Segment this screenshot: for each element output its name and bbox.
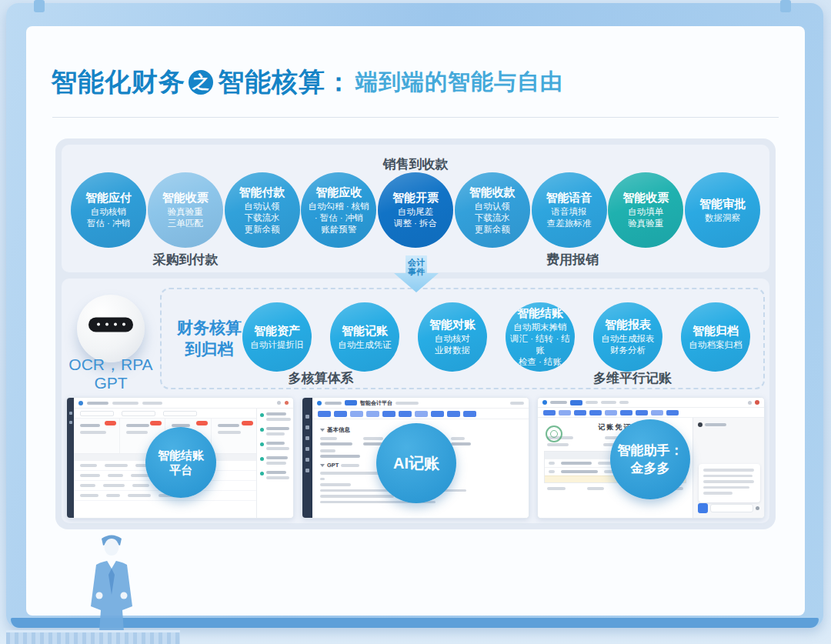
mini-logo-icon [317, 401, 322, 405]
overlay-assistant: 智能助手： 金多多 [610, 419, 690, 499]
screenshots-row: 智能结账 平台 智能会计平台 [66, 397, 765, 519]
bubble-smart-closing: 智能结账 自动期末摊销 调汇 · 结转 · 结账 检查 · 结账 [506, 302, 575, 372]
alert-badge [242, 421, 253, 425]
section-sales-purchase: 销售到收款 智能应付 自动核销 暂估 · 冲销 智能收票 验真验重 三单匹配 智… [62, 145, 769, 272]
mini-topbar [538, 398, 764, 408]
mini-logo-badge [345, 400, 357, 405]
mini-button [334, 411, 347, 417]
board-clip [34, 0, 45, 12]
bubble-smart-payable: 智能应付 自动核销 暂估 · 冲销 [71, 172, 146, 248]
bubble-line: 账龄预警 [321, 224, 356, 235]
bubble-title: 智能收款 [469, 185, 516, 199]
mini-chat-header [693, 418, 764, 427]
mini-kpi-card [74, 419, 120, 453]
bubble-title: 智能应付 [85, 191, 132, 205]
bubble-line: 调整 · 拆合 [394, 218, 437, 229]
bubble-line: 三单匹配 [168, 218, 203, 229]
alert-badge [150, 421, 162, 425]
bubble-smart-payment: 智能付款 自动认领 下载流水 更新余额 [225, 172, 300, 248]
screenshot-assistant: 记账凭证 [537, 397, 765, 519]
top-circles-row: 智能应付 自动核销 暂估 · 冲销 智能收票 验真验重 三单匹配 智能付款 自动… [71, 172, 760, 248]
bubble-line: 更新余额 [475, 224, 510, 235]
bubble-smart-collection: 智能收款 自动认领 下载流水 更新余额 [455, 172, 530, 248]
board-clip [780, 0, 791, 12]
label-ocr-rpa-gpt: OCR，RPA GPT [42, 355, 180, 392]
label-expense-reimburse: 费用报销 [503, 251, 642, 269]
mini-section-label: 基本信息 [327, 426, 350, 434]
mini-chat-input [710, 504, 753, 512]
bubble-line: 下载流水 [475, 212, 510, 224]
mini-filterbar [74, 409, 256, 419]
bubble-smart-invoice-fill: 智能收票 自动填单 验真验重 [608, 172, 683, 248]
label-accounting-to-archive: 财务核算 到归档 [166, 289, 252, 388]
mini-button [415, 411, 428, 417]
label-purchase-to-pay: 采购到付款 [116, 251, 255, 269]
bubble-smart-report: 智能报表 自动生成报表 财务分析 [593, 302, 662, 372]
mini-section-label: GPT [327, 462, 339, 469]
accounting-dashed-box: 财务核算 到归档 智能资产 自动计提折旧 智能记账 自动生成凭证 智能对账 自动… [160, 288, 765, 389]
bubble-title: 智能收票 [622, 191, 669, 205]
mini-button [543, 410, 556, 415]
box-label-line: 财务核算 [166, 317, 252, 339]
bubble-smart-reconciliation: 智能对账 自动核对 业财数据 [418, 302, 487, 372]
mini-topbar [74, 398, 293, 409]
skeleton-bar [601, 401, 616, 404]
bubble-title: 智能审批 [699, 197, 746, 211]
mini-button [366, 411, 379, 417]
mini-button [666, 410, 679, 415]
mini-button [605, 410, 617, 415]
bubble-title: 智能开票 [392, 191, 439, 205]
bubble-line: 自动核对 [435, 333, 470, 345]
overlay-ai-bookkeeping: AI记账 [376, 423, 456, 503]
bubble-line: 业财数据 [435, 345, 470, 356]
mini-avatar [285, 401, 289, 405]
robot-icon [77, 295, 145, 362]
skeleton-bar [586, 401, 598, 404]
screenshot-closing-platform: 智能结账 平台 [66, 397, 294, 519]
desk-tablecloth [6, 630, 180, 644]
bubble-line: 调汇 · 结转 · 结账 [508, 333, 572, 356]
skeleton-bar [112, 402, 138, 405]
mini-button [447, 411, 460, 417]
bubble-line: 更新余额 [245, 224, 280, 235]
robot-visor [88, 317, 133, 332]
mini-app-title: 智能会计平台 [360, 399, 392, 407]
section-accounting-archive: OCR，RPA GPT 财务核算 到归档 智能资产 自动计提折旧 智能记账 自动… [62, 279, 769, 523]
mini-icon [277, 401, 281, 405]
mini-button [559, 410, 571, 415]
mini-logo-icon [542, 400, 547, 405]
bubble-line: 自动尾差 [398, 206, 433, 218]
bubble-smart-approval: 智能审批 数据洞察 [685, 172, 760, 248]
bubble-line: 语音填报 [552, 206, 587, 218]
alert-badge [196, 421, 208, 425]
alert-badge [105, 421, 116, 425]
stamp-icon [546, 425, 562, 442]
assistant-icon [698, 422, 703, 427]
bubble-line: 验真验重 [168, 206, 203, 218]
bottom-circles-row: 智能资产 自动计提折旧 智能记账 自动生成凭证 智能对账 自动核对 业财数据 智… [242, 302, 750, 372]
diagram-panel: 销售到收款 智能应付 自动核销 暂估 · 冲销 智能收票 验真验重 三单匹配 智… [55, 138, 776, 529]
bubble-title: 智能应收 [315, 185, 362, 199]
mini-task-list [256, 409, 293, 518]
title-badge-icon: 之 [189, 70, 213, 95]
mini-icon [748, 401, 752, 405]
mini-task-item [260, 471, 290, 479]
bubble-line: 财务分析 [610, 345, 646, 356]
mini-chat-panel [692, 418, 764, 518]
mini-chat-inputbar [698, 502, 759, 513]
mini-task-item [260, 456, 290, 465]
mini-chat-bubble [699, 464, 760, 502]
skeleton-bar [395, 402, 419, 405]
bubble-line: 检查 · 结账 [519, 356, 562, 368]
bubble-line: 自动勾稽 · 核销 [309, 201, 369, 212]
presenter-figure [73, 533, 150, 642]
bubble-line: 查差旅标准 [547, 218, 592, 229]
box-label-line: 到归档 [166, 339, 252, 360]
mini-task-item [260, 427, 290, 435]
mini-button [350, 411, 363, 417]
mini-task-item [260, 442, 290, 450]
mini-toolbar [312, 409, 529, 419]
title-divider [52, 117, 779, 118]
mini-button [399, 411, 412, 417]
mini-button [636, 410, 648, 415]
